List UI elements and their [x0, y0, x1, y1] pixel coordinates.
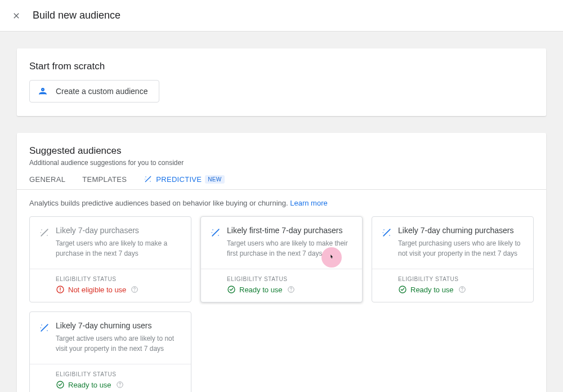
svg-point-4	[41, 229, 42, 230]
status-text: Ready to use	[68, 381, 111, 389]
audience-card[interactable]: Likely first-time 7-day purchasers Targe…	[200, 216, 363, 302]
help-icon[interactable]	[131, 286, 138, 293]
wand-icon	[210, 227, 221, 238]
eligibility-label: ELIGIBILITY STATUS	[227, 276, 336, 282]
suggested-audiences-panel: Suggested audiences Additional audience …	[17, 133, 546, 392]
error-circle-icon	[56, 285, 65, 294]
tab-templates[interactable]: TEMPLATES	[82, 175, 127, 184]
svg-point-25	[47, 330, 48, 331]
eligibility-label: ELIGIBILITY STATUS	[56, 371, 165, 377]
audience-card[interactable]: Likely 7-day churning users Target activ…	[29, 311, 191, 392]
status-row: Ready to use	[227, 285, 336, 294]
card-title: Likely 7-day churning purchasers	[398, 226, 524, 235]
card-footer: ELIGIBILITY STATUS Ready to use	[201, 269, 362, 302]
predictive-info: Analytics builds predictive audiences ba…	[29, 190, 534, 216]
help-icon[interactable]	[458, 286, 466, 293]
eligibility-label: ELIGIBILITY STATUS	[56, 276, 165, 282]
header: Build new audience	[0, 0, 563, 32]
content: Start from scratch Create a custom audie…	[0, 32, 563, 392]
status-row: Not eligible to use	[56, 285, 165, 294]
svg-point-2	[150, 181, 151, 181]
tab-predictive-label: PREDICTIVE	[156, 175, 202, 184]
card-body: Likely 7-day churning purchasers Target …	[372, 217, 533, 269]
help-icon[interactable]	[116, 381, 124, 389]
card-body: Likely 7-day churning users Target activ…	[30, 312, 191, 364]
svg-point-13	[218, 235, 219, 236]
predictive-info-text: Analytics builds predictive audiences ba…	[29, 199, 288, 207]
svg-point-23	[462, 291, 462, 291]
new-badge: NEW	[205, 175, 224, 184]
scratch-title: Start from scratch	[29, 61, 534, 72]
card-body: Likely first-time 7-day purchasers Targe…	[201, 217, 362, 269]
svg-point-29	[119, 386, 120, 386]
wand-icon	[39, 227, 50, 238]
svg-point-24	[41, 324, 42, 326]
page-title: Build new audience	[33, 10, 120, 21]
svg-point-9	[60, 291, 61, 292]
learn-more-link[interactable]: Learn more	[290, 199, 327, 207]
audience-card[interactable]: Likely 7-day purchasers Target users who…	[29, 216, 191, 302]
eligibility-label: ELIGIBILITY STATUS	[398, 276, 507, 282]
card-body: Likely 7-day purchasers Target users who…	[30, 217, 191, 269]
start-from-scratch-panel: Start from scratch Create a custom audie…	[17, 48, 546, 116]
svg-point-20	[383, 232, 383, 233]
check-circle-icon	[56, 380, 65, 389]
svg-point-14	[212, 232, 212, 233]
svg-point-1	[146, 176, 146, 177]
svg-point-3	[145, 179, 145, 179]
card-footer: ELIGIBILITY STATUS Not eligible to use	[30, 269, 191, 302]
card-title: Likely 7-day purchasers	[56, 226, 182, 235]
card-title: Likely first-time 7-day purchasers	[227, 226, 353, 235]
card-description: Target users who are likely to make thei…	[227, 238, 353, 259]
card-description: Target users who are likely to make a pu…	[56, 238, 182, 259]
close-button[interactable]	[11, 11, 21, 21]
cards-grid: Likely 7-day purchasers Target users who…	[29, 216, 534, 392]
card-description: Target active users who are likely to no…	[56, 333, 182, 354]
svg-point-17	[291, 291, 291, 291]
svg-point-0	[42, 88, 44, 91]
suggested-subtitle: Additional audience suggestions for you …	[29, 159, 534, 167]
card-description: Target purchasing users who are likely t…	[398, 238, 524, 259]
wand-icon	[39, 322, 50, 333]
check-circle-icon	[398, 285, 407, 294]
tab-general[interactable]: GENERAL	[29, 175, 65, 184]
status-text: Ready to use	[239, 286, 283, 294]
wand-icon	[144, 175, 153, 184]
svg-point-5	[47, 235, 48, 236]
status-row: Ready to use	[398, 285, 507, 294]
suggested-title: Suggested audiences	[29, 145, 534, 157]
audience-card[interactable]: Likely 7-day churning purchasers Target …	[372, 216, 534, 302]
wand-icon	[381, 227, 392, 238]
help-icon[interactable]	[287, 286, 295, 293]
card-footer: ELIGIBILITY STATUS Ready to use	[372, 269, 533, 302]
svg-point-18	[383, 229, 385, 230]
svg-point-11	[135, 291, 135, 291]
svg-point-19	[389, 235, 390, 236]
person-icon	[38, 86, 48, 96]
svg-point-12	[212, 229, 213, 230]
close-icon	[12, 11, 21, 20]
tab-predictive[interactable]: PREDICTIVE NEW	[144, 175, 224, 184]
svg-point-26	[41, 327, 41, 328]
create-custom-audience-label: Create a custom audience	[56, 87, 148, 96]
tabs: GENERAL TEMPLATES PREDICTIVE NEW	[17, 175, 546, 190]
card-title: Likely 7-day churning users	[56, 321, 182, 330]
svg-point-6	[41, 232, 41, 233]
status-text: Not eligible to use	[68, 286, 126, 294]
status-row: Ready to use	[56, 380, 165, 389]
card-footer: ELIGIBILITY STATUS Ready to use	[30, 364, 191, 392]
check-circle-icon	[227, 285, 236, 294]
create-custom-audience-button[interactable]: Create a custom audience	[29, 80, 159, 103]
status-text: Ready to use	[410, 286, 454, 294]
